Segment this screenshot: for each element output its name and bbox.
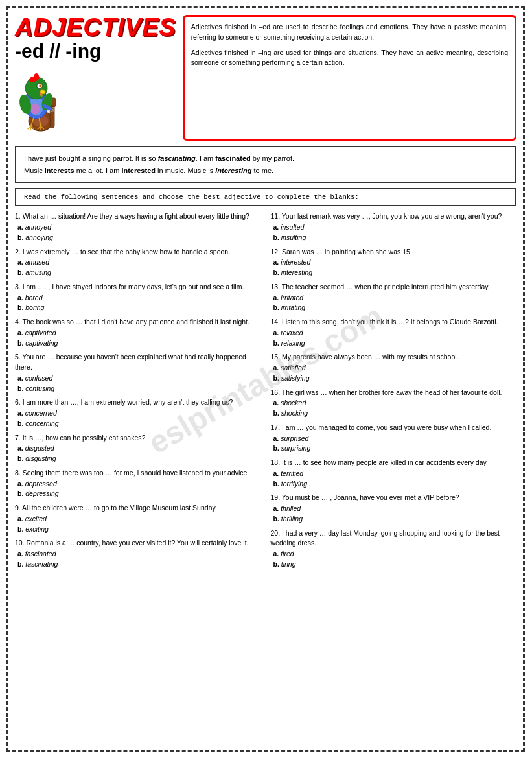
left-column: 1. What an … situation! Are they always … <box>15 211 261 573</box>
instruction-box: Read the following sentences and choose … <box>15 188 516 206</box>
svg-point-14 <box>40 85 41 86</box>
exercise-item: 18. It is … to see how many people are k… <box>271 458 517 489</box>
option: b. shocking <box>273 409 517 419</box>
option: b. disgusting <box>17 454 261 464</box>
question-text: 13. The teacher seemed … when the princi… <box>271 282 517 292</box>
question-text: 2. I was extremely … to see that the bab… <box>15 247 261 257</box>
question-text: 10. Romania is a … country, have you eve… <box>15 538 261 549</box>
svg-point-25 <box>31 104 40 115</box>
exercise-item: 2. I was extremely … to see that the bab… <box>15 247 261 278</box>
option: a. annoyed <box>17 222 261 233</box>
option: a. interested <box>273 257 517 268</box>
option: a. relaxed <box>273 328 517 338</box>
option: b. thrilling <box>273 514 517 525</box>
exercise-item: 1. What an … situation! Are they always … <box>15 211 261 243</box>
exercise-item: 13. The teacher seemed … when the princi… <box>271 282 517 313</box>
option: b. interesting <box>273 268 517 278</box>
option: b. surprising <box>273 444 517 454</box>
option: a. tired <box>273 549 517 560</box>
option: a. terrified <box>273 469 517 479</box>
option: b. irritating <box>273 303 517 313</box>
option: b. confusing <box>17 384 261 394</box>
question-text: 4. The book was so … that I didn't have … <box>15 317 261 327</box>
option: b. relaxing <box>273 338 517 349</box>
exercise-item: 9. All the children were … to go to the … <box>15 503 261 534</box>
exercise-item: 5. You are … because you haven't been ex… <box>15 352 261 394</box>
subtitle: -ed // -ing <box>15 40 176 63</box>
question-text: 16. The girl was … when her brother tore… <box>271 388 517 398</box>
header-section: ADJECTIVES -ed // -ing <box>15 15 516 141</box>
question-text: 7. It is …, how can he possibly eat snak… <box>15 433 261 444</box>
exercise-item: 14. Listen to this song, don't you think… <box>271 317 517 348</box>
exercise-item: 6. I am more than …, I am extremely worr… <box>15 397 261 429</box>
main-title: ADJECTIVES <box>15 15 176 40</box>
option: a. satisfied <box>273 363 517 373</box>
option: b. exciting <box>17 525 261 535</box>
exercises-section: 1. What an … situation! Are they always … <box>15 211 516 573</box>
question-text: 9. All the children were … to go to the … <box>15 503 261 514</box>
option: a. surprised <box>273 434 517 444</box>
option: b. terrifying <box>273 479 517 490</box>
parrot-icon <box>18 66 76 137</box>
svg-point-16 <box>34 73 39 81</box>
option: b. annoying <box>17 233 261 243</box>
question-text: 11. Your last remark was very …, John, y… <box>271 211 517 222</box>
page: eslprintables.com ADJECTIVES -ed // -ing <box>6 6 525 752</box>
option: b. satisfying <box>273 373 517 384</box>
question-text: 3. I am …. , I have stayed indoors for m… <box>15 282 261 292</box>
example-box: I have just bought a singing parrot. It … <box>15 146 516 183</box>
option: b. captivating <box>17 338 261 349</box>
option: a. disgusted <box>17 444 261 454</box>
exercise-item: 10. Romania is a … country, have you eve… <box>15 538 261 569</box>
question-text: 19. You must be … , Joanna, have you eve… <box>271 493 517 503</box>
svg-line-19 <box>28 126 31 129</box>
option: b. insulting <box>273 233 517 243</box>
option: b. fascinating <box>17 560 261 570</box>
parrot-illustration <box>15 63 80 141</box>
ed-description: Adjectives finished in –ed are used to d… <box>191 22 508 43</box>
question-text: 6. I am more than …, I am extremely worr… <box>15 397 261 408</box>
question-text: 5. You are … because you haven't been ex… <box>15 352 261 373</box>
ing-description: Adjectives finished in –ing are used for… <box>191 48 508 69</box>
example-1: I have just bought a singing parrot. It … <box>24 152 507 165</box>
exercise-item: 16. The girl was … when her brother tore… <box>271 388 517 419</box>
option: a. bored <box>17 293 261 303</box>
option: a. captivated <box>17 328 261 338</box>
exercise-item: 3. I am …. , I have stayed indoors for m… <box>15 282 261 313</box>
option: b. amusing <box>17 268 261 278</box>
info-box: Adjectives finished in –ed are used to d… <box>183 15 516 141</box>
question-text: 20. I had a very … day last Monday, goin… <box>271 528 517 549</box>
option: a. excited <box>17 514 261 525</box>
option: b. tiring <box>273 560 517 570</box>
option: a. confused <box>17 373 261 384</box>
question-text: 1. What an … situation! Are they always … <box>15 211 261 222</box>
example-2: Music interests me a lot. I am intereste… <box>24 165 507 177</box>
question-text: 12. Sarah was … in painting when she was… <box>271 247 517 257</box>
option: b. depressing <box>17 489 261 499</box>
exercise-item: 19. You must be … , Joanna, have you eve… <box>271 493 517 524</box>
question-text: 15. My parents have always been … with m… <box>271 352 517 362</box>
option: a. depressed <box>17 479 261 490</box>
option: a. thrilled <box>273 504 517 514</box>
option: a. insulted <box>273 222 517 233</box>
question-text: 14. Listen to this song, don't you think… <box>271 317 517 327</box>
option: a. concerned <box>17 409 261 419</box>
question-text: 8. Seeing them there was too … for me, I… <box>15 468 261 479</box>
title-area: ADJECTIVES -ed // -ing <box>15 15 176 141</box>
exercise-item: 8. Seeing them there was too … for me, I… <box>15 468 261 499</box>
question-text: 17. I am … you managed to come, you said… <box>271 423 517 433</box>
exercise-item: 17. I am … you managed to come, you said… <box>271 423 517 454</box>
option: b. boring <box>17 303 261 313</box>
option: b. concerning <box>17 419 261 429</box>
exercise-item: 12. Sarah was … in painting when she was… <box>271 247 517 278</box>
exercise-item: 11. Your last remark was very …, John, y… <box>271 211 517 243</box>
exercise-item: 15. My parents have always been … with m… <box>271 352 517 383</box>
option: a. shocked <box>273 398 517 409</box>
option: a. fascinated <box>17 549 261 560</box>
option: a. irritated <box>273 293 517 303</box>
exercise-item: 4. The book was so … that I didn't have … <box>15 317 261 348</box>
question-text: 18. It is … to see how many people are k… <box>271 458 517 468</box>
right-column: 11. Your last remark was very …, John, y… <box>271 211 517 573</box>
exercise-item: 7. It is …, how can he possibly eat snak… <box>15 433 261 464</box>
instruction-text: Read the following sentences and choose … <box>24 193 359 201</box>
